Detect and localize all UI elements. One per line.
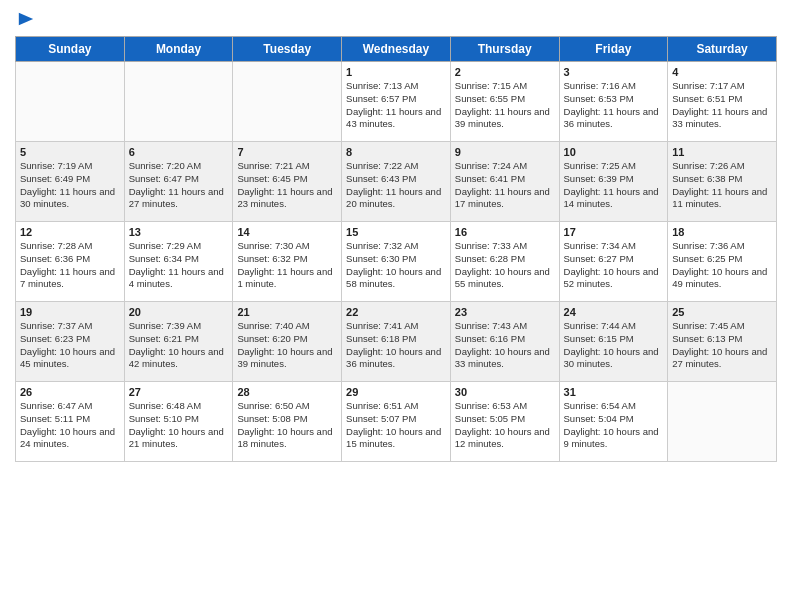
calendar-table: SundayMondayTuesdayWednesdayThursdayFrid… [15, 36, 777, 462]
day-info: Sunrise: 7:45 AM Sunset: 6:13 PM Dayligh… [672, 320, 772, 371]
day-info: Sunrise: 7:32 AM Sunset: 6:30 PM Dayligh… [346, 240, 446, 291]
day-number: 14 [237, 226, 337, 238]
calendar-cell [668, 382, 777, 462]
calendar-cell: 31Sunrise: 6:54 AM Sunset: 5:04 PM Dayli… [559, 382, 668, 462]
day-number: 23 [455, 306, 555, 318]
day-info: Sunrise: 6:47 AM Sunset: 5:11 PM Dayligh… [20, 400, 120, 451]
calendar-cell: 30Sunrise: 6:53 AM Sunset: 5:05 PM Dayli… [450, 382, 559, 462]
day-info: Sunrise: 7:40 AM Sunset: 6:20 PM Dayligh… [237, 320, 337, 371]
day-number: 25 [672, 306, 772, 318]
day-number: 2 [455, 66, 555, 78]
calendar-cell: 1Sunrise: 7:13 AM Sunset: 6:57 PM Daylig… [342, 62, 451, 142]
logo [15, 10, 35, 28]
day-info: Sunrise: 7:21 AM Sunset: 6:45 PM Dayligh… [237, 160, 337, 211]
day-number: 3 [564, 66, 664, 78]
day-info: Sunrise: 7:22 AM Sunset: 6:43 PM Dayligh… [346, 160, 446, 211]
day-header: Wednesday [342, 37, 451, 62]
day-info: Sunrise: 7:44 AM Sunset: 6:15 PM Dayligh… [564, 320, 664, 371]
calendar-page: SundayMondayTuesdayWednesdayThursdayFrid… [0, 0, 792, 612]
calendar-week: 12Sunrise: 7:28 AM Sunset: 6:36 PM Dayli… [16, 222, 777, 302]
day-info: Sunrise: 7:28 AM Sunset: 6:36 PM Dayligh… [20, 240, 120, 291]
day-number: 27 [129, 386, 229, 398]
day-header: Monday [124, 37, 233, 62]
day-number: 26 [20, 386, 120, 398]
calendar-cell: 2Sunrise: 7:15 AM Sunset: 6:55 PM Daylig… [450, 62, 559, 142]
calendar-cell: 3Sunrise: 7:16 AM Sunset: 6:53 PM Daylig… [559, 62, 668, 142]
calendar-week: 5Sunrise: 7:19 AM Sunset: 6:49 PM Daylig… [16, 142, 777, 222]
day-info: Sunrise: 7:24 AM Sunset: 6:41 PM Dayligh… [455, 160, 555, 211]
day-info: Sunrise: 7:29 AM Sunset: 6:34 PM Dayligh… [129, 240, 229, 291]
day-number: 31 [564, 386, 664, 398]
calendar-cell: 6Sunrise: 7:20 AM Sunset: 6:47 PM Daylig… [124, 142, 233, 222]
calendar-cell: 17Sunrise: 7:34 AM Sunset: 6:27 PM Dayli… [559, 222, 668, 302]
calendar-cell: 10Sunrise: 7:25 AM Sunset: 6:39 PM Dayli… [559, 142, 668, 222]
day-number: 24 [564, 306, 664, 318]
calendar-cell: 29Sunrise: 6:51 AM Sunset: 5:07 PM Dayli… [342, 382, 451, 462]
day-info: Sunrise: 6:54 AM Sunset: 5:04 PM Dayligh… [564, 400, 664, 451]
calendar-cell: 26Sunrise: 6:47 AM Sunset: 5:11 PM Dayli… [16, 382, 125, 462]
day-info: Sunrise: 6:48 AM Sunset: 5:10 PM Dayligh… [129, 400, 229, 451]
day-info: Sunrise: 7:33 AM Sunset: 6:28 PM Dayligh… [455, 240, 555, 291]
day-number: 10 [564, 146, 664, 158]
calendar-cell: 20Sunrise: 7:39 AM Sunset: 6:21 PM Dayli… [124, 302, 233, 382]
day-info: Sunrise: 7:39 AM Sunset: 6:21 PM Dayligh… [129, 320, 229, 371]
calendar-cell: 8Sunrise: 7:22 AM Sunset: 6:43 PM Daylig… [342, 142, 451, 222]
calendar-cell: 22Sunrise: 7:41 AM Sunset: 6:18 PM Dayli… [342, 302, 451, 382]
day-info: Sunrise: 6:50 AM Sunset: 5:08 PM Dayligh… [237, 400, 337, 451]
calendar-cell: 15Sunrise: 7:32 AM Sunset: 6:30 PM Dayli… [342, 222, 451, 302]
calendar-cell: 19Sunrise: 7:37 AM Sunset: 6:23 PM Dayli… [16, 302, 125, 382]
day-info: Sunrise: 7:43 AM Sunset: 6:16 PM Dayligh… [455, 320, 555, 371]
day-number: 30 [455, 386, 555, 398]
day-number: 22 [346, 306, 446, 318]
day-number: 5 [20, 146, 120, 158]
header-row: SundayMondayTuesdayWednesdayThursdayFrid… [16, 37, 777, 62]
logo-icon [17, 10, 35, 28]
day-info: Sunrise: 7:25 AM Sunset: 6:39 PM Dayligh… [564, 160, 664, 211]
day-info: Sunrise: 6:53 AM Sunset: 5:05 PM Dayligh… [455, 400, 555, 451]
calendar-week: 26Sunrise: 6:47 AM Sunset: 5:11 PM Dayli… [16, 382, 777, 462]
day-number: 6 [129, 146, 229, 158]
day-info: Sunrise: 7:19 AM Sunset: 6:49 PM Dayligh… [20, 160, 120, 211]
day-info: Sunrise: 7:37 AM Sunset: 6:23 PM Dayligh… [20, 320, 120, 371]
calendar-cell: 11Sunrise: 7:26 AM Sunset: 6:38 PM Dayli… [668, 142, 777, 222]
day-number: 15 [346, 226, 446, 238]
day-header: Sunday [16, 37, 125, 62]
calendar-cell: 18Sunrise: 7:36 AM Sunset: 6:25 PM Dayli… [668, 222, 777, 302]
day-number: 16 [455, 226, 555, 238]
calendar-cell: 25Sunrise: 7:45 AM Sunset: 6:13 PM Dayli… [668, 302, 777, 382]
header [15, 10, 777, 28]
calendar-cell: 24Sunrise: 7:44 AM Sunset: 6:15 PM Dayli… [559, 302, 668, 382]
day-number: 11 [672, 146, 772, 158]
calendar-cell: 9Sunrise: 7:24 AM Sunset: 6:41 PM Daylig… [450, 142, 559, 222]
day-number: 20 [129, 306, 229, 318]
day-info: Sunrise: 7:36 AM Sunset: 6:25 PM Dayligh… [672, 240, 772, 291]
day-info: Sunrise: 7:20 AM Sunset: 6:47 PM Dayligh… [129, 160, 229, 211]
calendar-cell: 4Sunrise: 7:17 AM Sunset: 6:51 PM Daylig… [668, 62, 777, 142]
day-info: Sunrise: 7:34 AM Sunset: 6:27 PM Dayligh… [564, 240, 664, 291]
day-number: 21 [237, 306, 337, 318]
calendar-cell: 23Sunrise: 7:43 AM Sunset: 6:16 PM Dayli… [450, 302, 559, 382]
day-header: Friday [559, 37, 668, 62]
svg-marker-0 [19, 13, 33, 26]
calendar-cell [16, 62, 125, 142]
calendar-cell: 28Sunrise: 6:50 AM Sunset: 5:08 PM Dayli… [233, 382, 342, 462]
calendar-cell: 12Sunrise: 7:28 AM Sunset: 6:36 PM Dayli… [16, 222, 125, 302]
calendar-cell [124, 62, 233, 142]
calendar-cell: 5Sunrise: 7:19 AM Sunset: 6:49 PM Daylig… [16, 142, 125, 222]
day-header: Saturday [668, 37, 777, 62]
calendar-week: 19Sunrise: 7:37 AM Sunset: 6:23 PM Dayli… [16, 302, 777, 382]
day-number: 13 [129, 226, 229, 238]
day-info: Sunrise: 7:41 AM Sunset: 6:18 PM Dayligh… [346, 320, 446, 371]
calendar-cell: 16Sunrise: 7:33 AM Sunset: 6:28 PM Dayli… [450, 222, 559, 302]
day-number: 1 [346, 66, 446, 78]
day-number: 29 [346, 386, 446, 398]
day-header: Tuesday [233, 37, 342, 62]
day-info: Sunrise: 7:30 AM Sunset: 6:32 PM Dayligh… [237, 240, 337, 291]
calendar-cell [233, 62, 342, 142]
day-number: 7 [237, 146, 337, 158]
day-info: Sunrise: 7:15 AM Sunset: 6:55 PM Dayligh… [455, 80, 555, 131]
day-info: Sunrise: 7:17 AM Sunset: 6:51 PM Dayligh… [672, 80, 772, 131]
day-number: 8 [346, 146, 446, 158]
calendar-cell: 14Sunrise: 7:30 AM Sunset: 6:32 PM Dayli… [233, 222, 342, 302]
day-number: 4 [672, 66, 772, 78]
